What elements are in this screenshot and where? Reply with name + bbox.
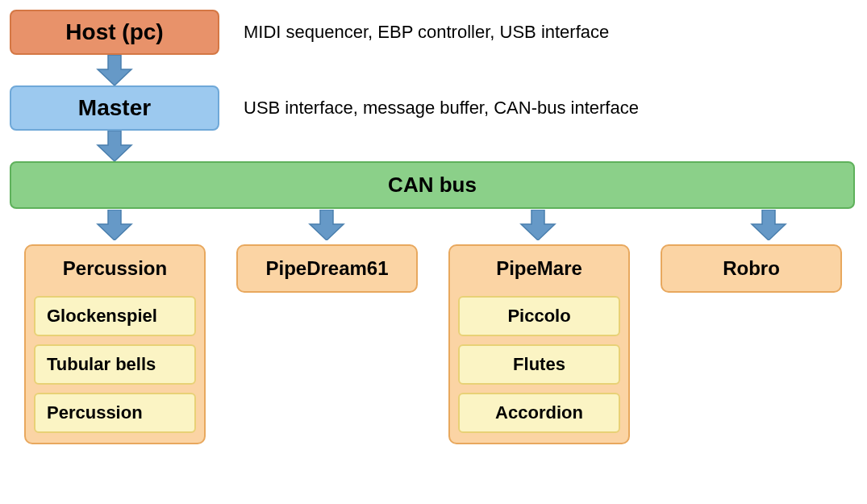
arrow-down-icon (96, 55, 133, 85)
device-percussion: Percussion Glockenspiel Tubular bells Pe… (24, 244, 206, 444)
sub-flutes: Flutes (458, 344, 620, 385)
master-box: Master (10, 85, 219, 131)
master-label: Master (78, 95, 151, 120)
sub-accordion: Accordion (458, 393, 620, 433)
device-robro-title: Robro (723, 257, 780, 279)
arrow-down-icon (308, 210, 345, 240)
device-percussion-title: Percussion (34, 252, 196, 288)
arrow-host-to-master (96, 55, 857, 85)
sub-percussion: Percussion (34, 393, 196, 433)
device-pipedream61-title: PipeDream61 (265, 257, 388, 279)
arrow-down-icon (519, 210, 556, 240)
canbus-arrows (10, 209, 857, 244)
devices-row: Percussion Glockenspiel Tubular bells Pe… (10, 244, 857, 444)
sub-tubular-bells: Tubular bells (34, 344, 196, 385)
master-desc: USB interface, message buffer, CAN-bus i… (244, 98, 639, 119)
sub-glockenspiel: Glockenspiel (34, 296, 196, 336)
master-row: Master USB interface, message buffer, CA… (10, 85, 857, 131)
host-desc: MIDI sequencer, EBP controller, USB inte… (244, 22, 609, 43)
device-pipemare: PipeMare Piccolo Flutes Accordion (448, 244, 630, 444)
arrow-master-to-canbus (96, 131, 857, 161)
arrow-down-icon (96, 210, 133, 240)
device-pipedream61: PipeDream61 (236, 244, 418, 293)
sub-piccolo: Piccolo (458, 296, 620, 336)
device-pipemare-title: PipeMare (458, 252, 620, 288)
host-label: Host (pc) (65, 19, 163, 44)
canbus-box: CAN bus (10, 161, 855, 209)
device-robro: Robro (661, 244, 842, 293)
canbus-label: CAN bus (388, 173, 477, 197)
host-row: Host (pc) MIDI sequencer, EBP controller… (10, 10, 857, 55)
arrow-down-icon (750, 210, 787, 240)
host-box: Host (pc) (10, 10, 219, 55)
arrow-down-icon (96, 131, 133, 161)
